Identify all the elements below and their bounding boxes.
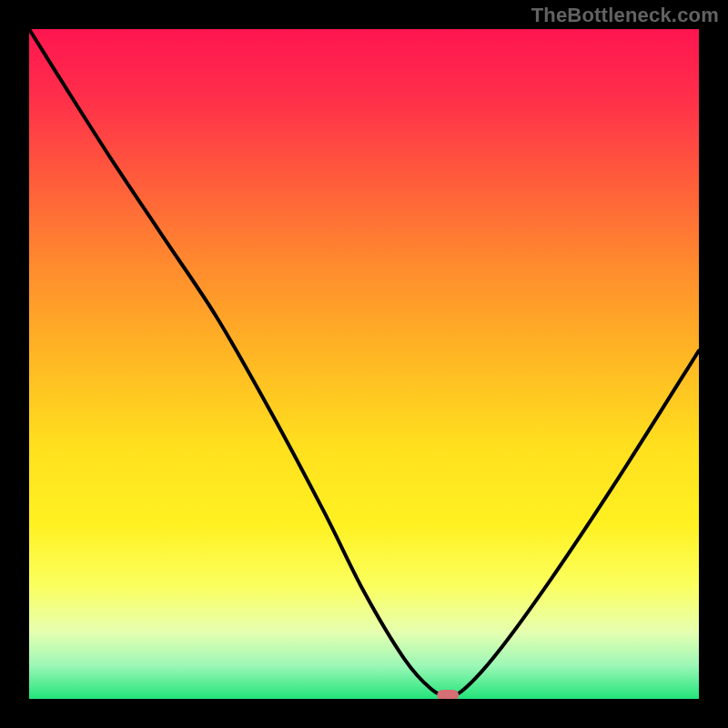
minimum-marker	[437, 690, 459, 699]
watermark-text: TheBottleneck.com	[531, 4, 719, 27]
plot-area	[29, 29, 699, 699]
bottleneck-curve	[29, 29, 699, 699]
chart-frame: TheBottleneck.com	[0, 0, 728, 728]
